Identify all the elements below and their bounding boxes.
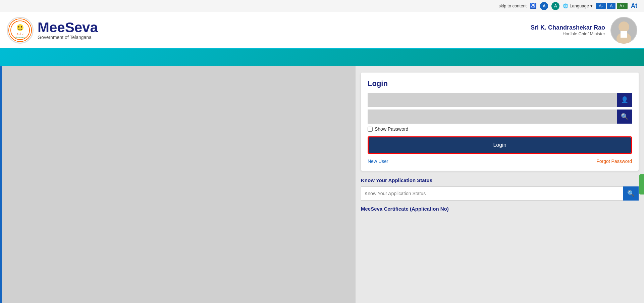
show-password-label: Show Password xyxy=(375,126,408,132)
know-status-search-row: 🔍 xyxy=(361,186,639,201)
green-side-tab[interactable] xyxy=(639,174,644,194)
page-header: మీ సేవ Government MeeSeva Government of … xyxy=(0,12,644,49)
logo-inner: మీ సేవ Government xyxy=(8,18,32,42)
know-status-section: Know Your Application Status 🔍 xyxy=(361,177,639,201)
language-label: Language xyxy=(570,3,589,8)
svg-text:మీ సేవ: మీ సేవ xyxy=(16,33,24,35)
username-input[interactable] xyxy=(368,93,617,107)
forgot-password-link[interactable]: Forgot Password xyxy=(596,159,632,164)
username-icon-btn[interactable]: 👤 xyxy=(617,93,632,107)
search-icon-white: 🔍 xyxy=(627,190,635,197)
know-status-input[interactable] xyxy=(361,186,623,201)
brand-text: MeeSeva Government of Telangana xyxy=(38,20,98,40)
cm-title: Hon'ble Chief Minister xyxy=(531,31,605,36)
skip-to-content-link[interactable]: skip to content xyxy=(498,3,527,8)
main-layout: Login 👤 🔍 Show Password xyxy=(0,66,644,303)
svg-point-3 xyxy=(21,26,22,28)
login-card: Login 👤 🔍 Show Password xyxy=(361,73,639,171)
accessibility-icon: ♿ xyxy=(530,3,537,9)
brand-subtitle: Government of Telangana xyxy=(38,35,98,40)
login-title: Login xyxy=(368,79,632,88)
password-icon-btn[interactable]: 🔍 xyxy=(617,110,632,124)
know-status-search-btn[interactable]: 🔍 xyxy=(623,186,639,201)
brand-name: MeeSeva xyxy=(38,20,98,35)
links-row: New User Forgot Password xyxy=(368,159,632,164)
logo-circle: మీ సేవ Government xyxy=(7,17,34,44)
font-increase-btn[interactable]: A+ xyxy=(617,3,628,9)
left-blue-accent-bar xyxy=(0,66,2,303)
font-normal-btn[interactable]: A xyxy=(607,3,615,9)
font-large-btn[interactable]: A xyxy=(551,2,559,10)
meeseva-logo-svg: మీ సేవ Government xyxy=(10,20,30,40)
left-content-panel xyxy=(0,66,356,303)
cm-photo-svg xyxy=(610,17,637,44)
right-panel: Login 👤 🔍 Show Password xyxy=(356,66,644,303)
username-row: 👤 xyxy=(368,93,632,107)
chevron-down-icon: ▾ xyxy=(590,3,593,8)
logo-area: మీ సేవ Government MeeSeva Government of … xyxy=(7,17,98,44)
at-text: At xyxy=(631,2,637,9)
certificate-section: MeeSeva Certificate (Application No) xyxy=(361,206,639,212)
svg-text:Government: Government xyxy=(15,36,25,38)
user-icon: 👤 xyxy=(621,96,628,103)
show-password-row: Show Password xyxy=(368,126,632,132)
cm-name: Sri K. Chandrashekar Rao xyxy=(531,24,605,31)
font-small-btn[interactable]: A xyxy=(540,2,548,10)
globe-icon: 🌐 xyxy=(563,3,568,8)
header-right: Sri K. Chandrashekar Rao Hon'ble Chief M… xyxy=(531,17,637,44)
top-accessibility-bar: skip to content ♿ A A 🌐 Language ▾ A- A … xyxy=(0,0,644,12)
svg-point-2 xyxy=(18,26,19,28)
teal-banner xyxy=(0,49,644,66)
cm-info: Sri K. Chandrashekar Rao Hon'ble Chief M… xyxy=(531,24,605,36)
language-button[interactable]: 🌐 Language ▾ xyxy=(563,3,593,8)
certificate-title: MeeSeva Certificate (Application No) xyxy=(361,206,639,212)
cm-photo xyxy=(610,17,637,44)
search-icon: 🔍 xyxy=(621,113,628,120)
font-decrease-btn[interactable]: A- xyxy=(596,3,606,9)
svg-point-7 xyxy=(619,21,629,32)
svg-rect-9 xyxy=(621,31,627,38)
font-size-controls: A- A A+ xyxy=(596,3,628,9)
password-row: 🔍 xyxy=(368,110,632,124)
show-password-checkbox[interactable] xyxy=(368,127,373,132)
password-input[interactable] xyxy=(368,110,617,124)
new-user-link[interactable]: New User xyxy=(368,159,388,164)
know-status-title: Know Your Application Status xyxy=(361,177,639,183)
login-btn-wrapper: Login xyxy=(368,136,632,154)
login-button[interactable]: Login xyxy=(369,137,631,153)
